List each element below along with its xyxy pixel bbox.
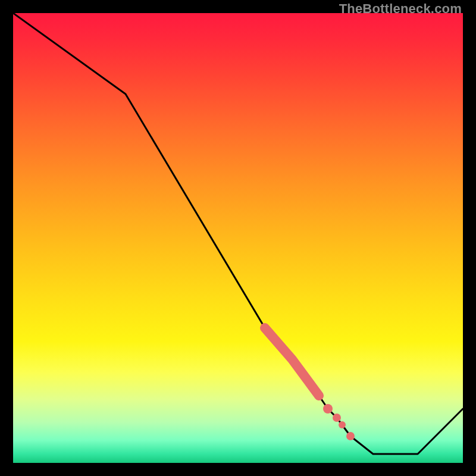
highlight-dot — [333, 414, 341, 422]
highlight-dot — [323, 404, 333, 414]
highlight-dot — [339, 421, 346, 428]
watermark-label: TheBottleneck.com — [339, 1, 462, 17]
chart-frame: TheBottleneck.com — [0, 0, 476, 476]
curve-line — [13, 13, 463, 454]
chart-overlay — [13, 13, 463, 463]
plot-area — [13, 13, 463, 463]
highlight-segment — [265, 328, 319, 396]
highlight-dot — [346, 432, 355, 440]
